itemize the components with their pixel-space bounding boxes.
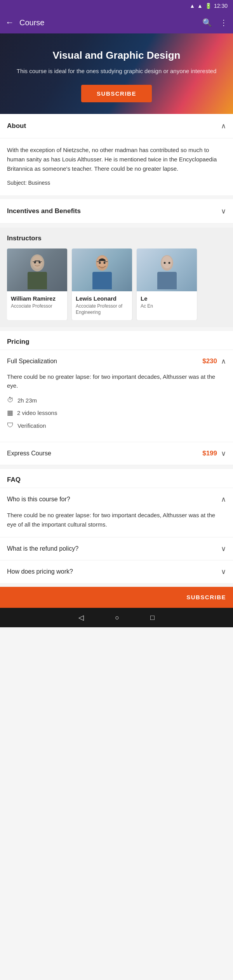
pricing-section: Pricing Full Specialization $230 ∧ There… (0, 331, 233, 465)
svg-point-20 (163, 262, 165, 264)
pricing-item-full: Full Specialization $230 ∧ There could b… (0, 350, 233, 442)
instructor-name-lewis: Lewis Leonard (76, 295, 128, 302)
video-icon: ▦ (7, 409, 13, 417)
faq-item-pricing-chevron: ∨ (221, 567, 226, 576)
pricing-detail-lessons: ▦ 2 video lessons (7, 409, 226, 417)
hero-banner: Visual and Graphic Design This course is… (0, 33, 233, 114)
bottom-subscribe-button[interactable]: SUBSCRIBE (186, 594, 226, 600)
about-section: About ∧ With the exception of Nietzsche,… (0, 114, 233, 195)
bottom-subscribe-bar: SUBSCRIBE (0, 587, 233, 608)
pricing-item-full-price: $230 (202, 357, 217, 365)
faq-item-who-answer: There could be no greater lapse: for two… (7, 511, 226, 529)
android-back-button[interactable]: ◁ (78, 613, 84, 622)
instructor-role-lewis: Accociate Professor of Engineering (76, 303, 128, 315)
instructor-info-third: Le Ac En (137, 291, 197, 314)
svg-point-15 (103, 262, 105, 264)
pricing-detail-lessons-text: 2 video lessons (17, 410, 57, 416)
faq-item-who-body: There could be no greater lapse: for two… (0, 511, 233, 537)
incentives-section-header[interactable]: Incentives and Benefits ∨ (0, 199, 233, 224)
pricing-item-full-header[interactable]: Full Specialization $230 ∧ (0, 350, 233, 373)
instructor-name-third: Le (141, 295, 193, 302)
about-chevron: ∧ (221, 122, 226, 130)
instructor-photo-lewis (72, 248, 132, 291)
instructor-info-lewis: Lewis Leonard Accociate Professor of Eng… (72, 291, 132, 320)
pricing-detail-verification: 🛡 Verification (7, 422, 226, 429)
instructor-role-william: Accociate Professor (11, 303, 63, 310)
top-navigation: ← Course 🔍 ⋮ (0, 12, 233, 33)
page-title: Course (19, 18, 202, 27)
instructor-card-third[interactable]: Le Ac En (137, 248, 197, 320)
wifi-icon: ▲ (190, 3, 195, 9)
instructor-info-william: William Ramirez Accociate Professor (7, 291, 67, 314)
svg-point-16 (101, 267, 104, 268)
svg-point-10 (97, 256, 107, 268)
status-bar: ▲ ▲ 🔋 12:30 (0, 0, 233, 12)
svg-point-21 (168, 262, 170, 264)
battery-icon: 🔋 (205, 3, 212, 9)
svg-point-14 (99, 262, 101, 264)
pricing-item-express-chevron: ∨ (221, 449, 226, 458)
svg-rect-17 (157, 272, 177, 289)
pricing-item-full-chevron: ∧ (221, 357, 226, 366)
instructor-card-lewis[interactable]: Lewis Leonard Accociate Professor of Eng… (72, 248, 132, 320)
pricing-item-full-body: There could be no greater lapse: for two… (0, 373, 233, 442)
pricing-item-express-price: $199 (202, 450, 217, 457)
pricing-item-express-title: Express Course (7, 450, 51, 457)
pricing-title: Pricing (0, 331, 233, 350)
faq-section: FAQ Who is this course for? ∧ There coul… (0, 469, 233, 583)
instructor-name-william: William Ramirez (11, 295, 63, 302)
pricing-item-full-right: $230 ∧ (202, 357, 226, 366)
incentives-chevron: ∨ (221, 207, 226, 215)
faq-item-pricing-title: How does pricing work? (7, 568, 73, 575)
signal-icon: ▲ (197, 3, 203, 9)
pricing-item-express-header[interactable]: Express Course $199 ∨ (0, 442, 233, 465)
about-text: With the exception of Nietzsche, no othe… (7, 145, 226, 173)
faq-title: FAQ (0, 469, 233, 488)
svg-rect-12 (97, 261, 101, 262)
faq-item-who-header[interactable]: Who is this course for? ∧ (0, 488, 233, 511)
instructor-card-william[interactable]: William Ramirez Accociate Professor (7, 248, 67, 320)
hero-content: Visual and Graphic Design This course is… (17, 49, 216, 102)
pricing-detail-time: ⏱ 2h 23m (7, 396, 226, 404)
subject-line: Subject: Business (7, 180, 226, 186)
hero-subtitle: This course is ideal for the ones studyi… (17, 67, 216, 76)
android-recent-button[interactable]: □ (150, 614, 155, 622)
pricing-item-express-right: $199 ∨ (202, 449, 226, 458)
more-options-icon[interactable]: ⋮ (220, 18, 228, 27)
android-navigation-bar: ◁ ○ □ (0, 608, 233, 627)
hero-title: Visual and Graphic Design (17, 49, 216, 62)
status-icons: ▲ ▲ 🔋 12:30 (190, 3, 228, 9)
instructor-photo-william (7, 248, 67, 291)
instructors-section: Instructors William Ramirez Accoc (0, 228, 233, 327)
faq-item-pricing-header[interactable]: How does pricing work? ∨ (0, 560, 233, 583)
pricing-item-full-title: Full Specialization (7, 358, 57, 365)
faq-item-who-title: Who is this course for? (7, 496, 70, 503)
instructor-role-third: Ac En (141, 303, 193, 310)
hero-subscribe-button[interactable]: SUBSCRIBE (81, 85, 152, 102)
svg-point-19 (162, 256, 172, 268)
nav-action-icons: 🔍 ⋮ (202, 18, 228, 27)
about-body: With the exception of Nietzsche, no othe… (0, 138, 233, 195)
about-section-header[interactable]: About ∧ (0, 114, 233, 138)
faq-item-who: Who is this course for? ∧ There could be… (0, 488, 233, 537)
android-home-button[interactable]: ○ (115, 614, 119, 622)
pricing-detail-verification-text: Verification (17, 422, 46, 429)
pricing-item-express: Express Course $199 ∨ (0, 442, 233, 465)
faq-item-refund: What is the refund policy? ∨ (0, 537, 233, 560)
faq-item-refund-title: What is the refund policy? (7, 545, 78, 552)
faq-item-refund-chevron: ∨ (221, 544, 226, 553)
faq-item-refund-header[interactable]: What is the refund policy? ∨ (0, 537, 233, 560)
instructors-title: Instructors (7, 234, 233, 242)
faq-item-pricing: How does pricing work? ∨ (0, 560, 233, 583)
incentives-section: Incentives and Benefits ∨ (0, 199, 233, 224)
svg-rect-11 (99, 260, 106, 261)
svg-rect-13 (104, 261, 108, 262)
pricing-item-full-desc: There could be no greater lapse: for two… (7, 373, 226, 390)
search-icon[interactable]: 🔍 (202, 18, 212, 27)
pricing-detail-time-text: 2h 23m (17, 397, 37, 404)
incentives-title: Incentives and Benefits (7, 207, 81, 215)
back-button[interactable]: ← (5, 18, 14, 28)
faq-item-who-chevron: ∧ (221, 495, 226, 504)
svg-rect-3 (35, 261, 40, 261)
svg-rect-8 (92, 272, 112, 289)
